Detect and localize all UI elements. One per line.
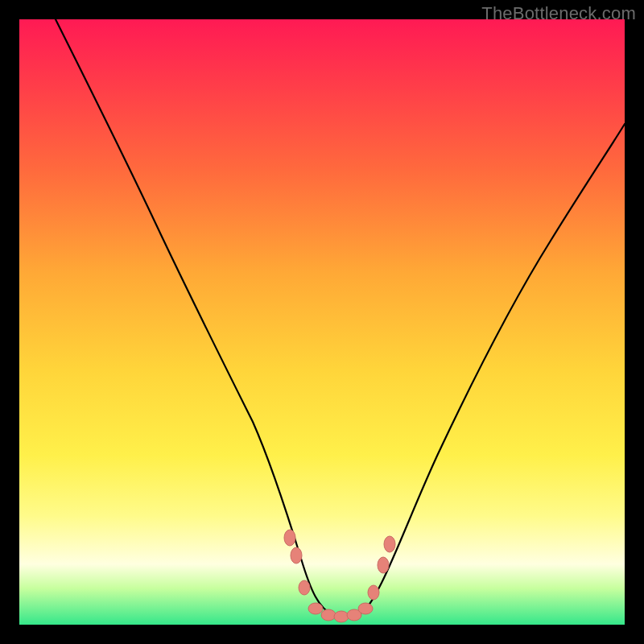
svg-point-8 xyxy=(368,585,379,600)
svg-point-10 xyxy=(384,536,395,552)
watermark-text: TheBottleneck.com xyxy=(481,3,636,24)
svg-point-6 xyxy=(347,609,361,621)
svg-point-7 xyxy=(358,603,373,614)
svg-point-5 xyxy=(334,611,349,622)
svg-point-9 xyxy=(378,557,389,573)
svg-point-3 xyxy=(308,603,323,614)
svg-point-2 xyxy=(299,580,310,595)
svg-point-0 xyxy=(284,530,295,546)
svg-point-1 xyxy=(291,547,302,564)
chart-plot-area xyxy=(19,19,625,625)
bottleneck-curve xyxy=(19,19,625,625)
curve-markers xyxy=(284,530,395,622)
svg-point-4 xyxy=(321,609,336,621)
curve-path xyxy=(56,19,625,617)
